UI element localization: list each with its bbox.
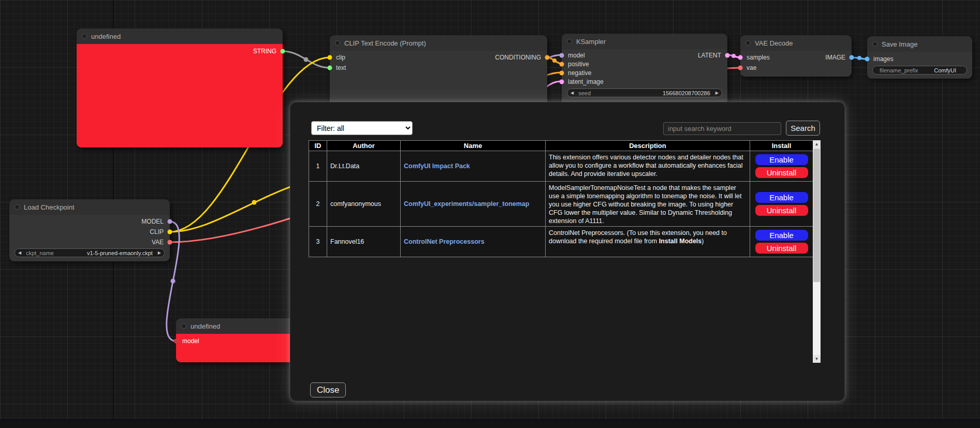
collapse-dot[interactable] [14,204,20,210]
extension-row: 3 Fannovel16 ControlNet Preprocessors Co… [309,227,813,257]
ckpt-name-widget[interactable]: ◀ ckpt_name v1-5-pruned-emaonly.ckpt ▶ [14,248,165,257]
output-slot-latent[interactable] [725,53,730,57]
collapse-dot[interactable] [181,323,186,329]
input-slot-latent-image[interactable] [560,79,564,84]
ext-name-link[interactable]: ComfyUI Impact Pack [404,163,470,170]
collapse-dot[interactable] [745,40,751,46]
output-label-clip: CLIP [150,228,164,235]
output-slot-image[interactable] [850,55,854,60]
input-label-model: model [568,52,585,59]
seed-widget[interactable]: ◀ seed 156680208700286 ▶ [567,88,722,97]
search-button[interactable]: Search [786,121,820,136]
decrement-arrow-icon[interactable]: ◀ [567,91,577,95]
output-slot-conditioning[interactable] [545,55,550,60]
collapse-dot[interactable] [335,40,340,46]
ext-name-link[interactable]: ComfyUI_experiments/sampler_tonemap [404,200,529,208]
enable-button[interactable]: Enable [755,230,808,241]
output-label-latent: LATENT [698,52,721,59]
widget-name: filename_prefix [880,67,918,73]
collapse-dot[interactable] [872,41,877,47]
input-slot-text[interactable] [328,66,332,70]
filename-prefix-widget[interactable]: filename_prefix ComfyUI [872,66,967,75]
node-title: Load Checkpoint [24,203,75,211]
extension-table: ID Author Name Description Install 1 Dr.… [309,140,813,257]
node-load-checkpoint[interactable]: Load Checkpoint MODEL CLIP VAE ◀ ckpt_na… [9,199,170,261]
increment-arrow-icon[interactable]: ▶ [155,251,164,255]
output-slot-clip[interactable] [168,230,172,234]
custom-nodes-manager-dialog: Filter: all Search ID Author Name Descri… [290,102,845,401]
ext-id: 1 [309,151,327,182]
extension-row: 1 Dr.Lt.Data ComfyUI Impact Pack This ex… [309,151,813,182]
desc-text: This extension offers various detector n… [549,154,743,178]
output-slot-model[interactable] [168,219,172,224]
output-slot-vae[interactable] [168,240,172,245]
node-body: STRING [77,44,283,147]
node-graph-canvas[interactable]: undefined STRING CLIP Text Encode (Promp… [0,0,980,428]
enable-button[interactable]: Enable [755,192,808,203]
ext-author: Dr.Lt.Data [327,151,401,182]
search-input[interactable] [663,122,781,135]
ext-id: 2 [309,182,327,227]
enable-button[interactable]: Enable [755,154,808,165]
input-slot-vae[interactable] [738,66,743,70]
node-title: KSampler [576,38,606,46]
increment-arrow-icon[interactable]: ▶ [712,91,722,95]
node-title: Save Image [882,40,917,48]
node-title-bar[interactable]: CLIP Text Encode (Prompt) [330,35,547,51]
table-header-row: ID Author Name Description Install [309,141,813,151]
input-slot-positive[interactable] [560,62,564,66]
widget-value: ComfyUI [934,67,956,73]
desc-text: ModelSamplerTonemapNoiseTest a node that… [549,184,741,225]
node-title-bar[interactable]: KSampler [562,34,727,49]
collapse-dot[interactable] [82,34,87,39]
close-button[interactable]: Close [310,382,346,397]
node-title: undefined [91,33,121,40]
column-header-name: Name [401,141,546,151]
node-title-bar[interactable]: Load Checkpoint [9,199,170,215]
node-undefined-top[interactable]: undefined STRING [77,28,283,147]
input-slot-images[interactable] [865,57,870,62]
node-title-bar[interactable]: undefined [77,28,283,44]
ext-description: ModelSamplerTonemapNoiseTest a node that… [546,182,750,227]
uninstall-button[interactable]: Uninstall [755,243,808,254]
widget-value: 156680208700286 [663,90,710,96]
input-slot-samples[interactable] [738,55,743,60]
scrollbar-thumb[interactable] [813,149,820,282]
uninstall-button[interactable]: Uninstall [755,205,808,216]
node-save-image[interactable]: Save Image images filename_prefix ComfyU… [867,36,972,79]
scrollbar[interactable]: ▲ ▼ [813,140,821,363]
column-header-install: Install [750,141,813,151]
node-body: MODEL CLIP VAE ◀ ckpt_name v1-5-pruned-e… [9,215,170,261]
scroll-down-icon[interactable]: ▼ [813,355,821,363]
column-header-id: ID [309,141,327,151]
output-slot-string[interactable] [281,49,285,54]
desc-bold-text: Install Models [659,238,702,245]
node-title-bar[interactable]: VAE Decode [740,35,852,51]
ext-description: This extension offers various detector n… [546,151,750,182]
output-label-conditioning: CONDITIONING [495,54,541,61]
ext-id: 3 [309,227,327,257]
node-title-bar[interactable]: Save Image [867,36,972,52]
decrement-arrow-icon[interactable]: ◀ [15,251,24,255]
input-slot-negative[interactable] [560,70,564,75]
node-title: CLIP Text Encode (Prompt) [344,39,426,47]
node-vae-decode[interactable]: VAE Decode samples IMAGE vae [740,35,852,77]
ext-author: Fannovel16 [327,227,401,257]
extension-list: ID Author Name Description Install 1 Dr.… [309,140,821,363]
input-label-model: model [182,337,199,345]
filter-select[interactable]: Filter: all [311,121,413,135]
collapse-dot[interactable] [567,39,572,44]
ext-author: comfyanonymous [327,182,401,227]
column-header-author: Author [327,141,401,151]
ext-name-link[interactable]: ControlNet Preprocessors [404,238,485,245]
uninstall-button[interactable]: Uninstall [755,167,808,178]
input-slot-clip[interactable] [328,55,332,60]
input-slot-model[interactable] [560,53,564,57]
column-header-description: Description [546,141,750,151]
scroll-up-icon[interactable]: ▲ [813,140,821,148]
input-label-images: images [873,55,894,63]
input-label-text: text [336,64,346,71]
widget-value: v1-5-pruned-emaonly.ckpt [87,250,153,256]
input-slot-model[interactable] [174,339,179,344]
node-ksampler[interactable]: KSampler model LATENT positive negative … [562,34,727,111]
